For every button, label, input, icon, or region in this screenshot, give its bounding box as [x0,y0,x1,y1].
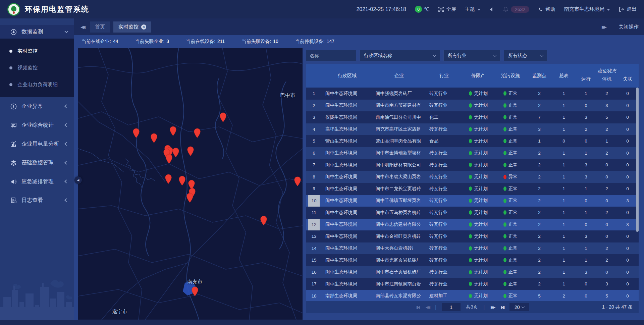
data-monitor-icon [10,29,17,35]
table-row[interactable]: 15阆中生态环境局阆中市光富页岩机砖厂砖瓦行业无计划正常21120 [306,254,639,266]
map-canvas[interactable]: 巴中市南充市遂宁市 [78,48,303,320]
last-page-button[interactable]: ▶▮ [500,305,504,310]
cell-offline: 0 [617,230,638,242]
map-pin-16[interactable] [294,176,301,188]
close-icon[interactable]: ✕ [141,24,146,30]
tab-首页[interactable]: 首页 [90,21,110,33]
cell-region: 阆中生态环境局 [322,266,372,278]
table-row[interactable]: 17阆中生态环境局阆中市江南镇阆南页岩砖瓦行业无计划正常21030 [306,278,639,290]
status-dot [503,115,506,119]
sidebar-item-3[interactable]: 企业用电量分析 [0,134,74,153]
table-scrollbar[interactable] [636,88,639,232]
sidebar-item-5[interactable]: 应急减排管理 [0,172,74,191]
cell-stopped: 3 [596,100,617,112]
help-button[interactable]: 帮助 [538,6,555,12]
name-filter-input[interactable] [306,50,356,61]
table-row[interactable]: 10阆中生态环境局阆中千佛镇五郎垭页岩砖瓦行业无计划正常21003 [306,195,639,207]
sidebar: 数据监测实时监控视频监控企业电力负荷明细企业异常企业综合统计企业用电量分析基础数… [0,18,74,320]
close-operations-button[interactable]: 关闭操作 [619,24,639,30]
fullscreen-button[interactable]: 全屏 [438,6,456,12]
prev-page-button[interactable]: ◀◀ [425,305,429,310]
table-row[interactable]: 16阆中生态环境局阆中市石子页岩机砖厂砖瓦行业无计划正常21300 [306,266,639,278]
table-row[interactable]: 2阆中生态环境局阆中市南方节能建材有砖瓦行业无计划正常21030 [306,100,639,112]
table-row[interactable]: 7阆中生态环境局阆中明阳建材有限公司砖瓦行业无计划正常21300 [306,159,639,171]
next-page-button[interactable]: ▶▶ [490,305,495,310]
map-pin-8[interactable] [172,148,179,159]
status-dot [503,186,506,191]
map-pin-9[interactable] [187,146,194,158]
cell-limit-status: 无计划 [462,111,494,123]
page-number-input[interactable] [442,303,461,311]
cell-stopped: 5 [596,290,617,301]
map-pin-17[interactable] [260,216,267,227]
status-stat-value: 10 [273,39,278,45]
map-pin-18[interactable] [191,286,199,298]
tab-实时监控[interactable]: 实时监控✕ [113,21,151,33]
cell-facility-status: 正常 [494,123,527,136]
table-row[interactable]: 18南部生态环境局南部县砖瓦水泥有限公建材加工无计划正常52050 [306,290,639,301]
map-pin-12[interactable] [178,176,186,187]
page-size-select[interactable]: 20 [509,303,529,311]
row-number-badge: 12 [308,219,320,231]
table-row[interactable]: 12阆中生态环境局阆中市忠信建材有限公砖瓦行业无计划正常21003 [306,219,639,231]
speaker-icon [489,7,494,12]
sidebar-item-6[interactable]: 日志查看 [0,191,74,210]
cell-industry: 砖瓦行业 [426,100,462,112]
cell-index: 18 [306,290,322,301]
status-dot [503,151,506,155]
mute-button[interactable] [489,7,494,12]
cell-offline: 0 [617,290,638,301]
map-pin-icon [178,176,186,186]
cell-offline: 0 [617,278,638,290]
filter-select-0[interactable]: 行政区域名称 [360,50,440,61]
table-row[interactable]: 11阆中生态环境局阆中市五马桥页岩机砖砖瓦行业无计划正常21120 [306,207,639,219]
cell-region: 阆中生态环境局 [322,195,372,207]
sidebar-subitem-0-2[interactable]: 企业电力负荷明细 [0,76,74,93]
map-pin-4[interactable] [194,128,201,140]
map-pin-11[interactable] [165,174,172,185]
cell-region: 阆中生态环境局 [322,230,372,242]
org-dropdown[interactable]: 南充市生态环境局 [564,6,610,12]
map-pin-3[interactable] [169,126,177,138]
table-row[interactable]: 13阆中生态环境局阆中市金福旺页岩机砖砖瓦行业无计划正常21300 [306,230,639,242]
status-dot [469,186,472,191]
table-row[interactable]: 5营山生态环境局营山县润丰肉食品有限食品无计划正常10010 [306,135,639,147]
sidebar-item-0[interactable]: 数据监测 [0,25,74,39]
cell-company: 阆中市光富页岩机砖厂 [372,254,426,266]
map-pin-1[interactable] [132,128,140,140]
cell-region: 阆中生态环境局 [322,100,372,112]
map-collapse-handle[interactable]: ◀ [74,176,82,184]
theme-dropdown[interactable]: 主题 [465,6,481,12]
table-row[interactable]: 14阆中生态环境局阆中大兴页岩机砖厂砖瓦行业无计划正常21120 [306,242,639,255]
sidebar-submenu: 实时监控视频监控企业电力负荷明细 [0,39,74,97]
tabs-scroll-right-button[interactable]: ▶▶ [602,24,607,30]
cell-facility-status: 正常 [494,290,527,301]
table-row[interactable]: 4高坪生态环境局南充市高坪区王家店建砖瓦行业无计划正常31220 [306,123,639,136]
sidebar-subitem-0-1[interactable]: 视频监控 [0,59,74,76]
datetime: 2021-02-25 17:46:18 [356,6,406,12]
table-row[interactable]: 9阆中生态环境局阆中市二龙长宝页岩砖砖瓦行业无计划正常21120 [306,183,639,195]
table-row[interactable]: 1阆中生态环境局阆中强锐页岩砖厂砖瓦行业无计划正常21120 [306,88,639,100]
first-page-button[interactable]: ▮◀ [416,305,420,310]
content-area: 当前在线企业:44当前失联企业:3当前在线设备:211当前失联设备:10当前停机… [74,35,644,320]
cell-running: 1 [576,183,596,195]
table-row[interactable]: 8阆中生态环境局阆中市枣碧大梁山页岩砖瓦行业无计划异常21300 [306,171,639,183]
map-pin-2[interactable] [150,133,158,145]
table-row[interactable]: 3仪陇生态环境局西南油气田分公司川中化工无计划正常71350 [306,111,639,123]
sidebar-item-4[interactable]: 基础数据管理 [0,153,74,172]
filter-select-2[interactable]: 所有状态 [504,50,547,61]
stats-board-icon [10,122,17,128]
map-pin-10[interactable] [165,154,173,165]
table-row[interactable]: 6阆中生态环境局阆中市金博瑞新型墙材砖瓦行业无计划正常21120 [306,147,639,159]
map-pin-0[interactable] [219,112,227,124]
notifications-button[interactable]: 2632 [503,6,529,13]
sidebar-subitem-0-0[interactable]: 实时监控 [0,43,74,59]
sidebar-item-1[interactable]: 企业异常 [0,97,74,116]
map-pin-15[interactable] [186,193,194,204]
filter-select-1[interactable]: 所有行业 [443,50,500,61]
tabs-scroll-left-button[interactable]: ◀◀ [80,24,86,30]
logout-button[interactable]: 退出 [619,6,637,12]
statusbar: 当前在线企业:44当前失联企业:3当前在线设备:211当前失联设备:10当前停机… [78,35,639,48]
enterprise-table: 行政区域 企业 行业 停限产 治污设施 监测点 总表 点位状态 运行 [306,64,639,314]
sidebar-item-2[interactable]: 企业综合统计 [0,116,74,134]
